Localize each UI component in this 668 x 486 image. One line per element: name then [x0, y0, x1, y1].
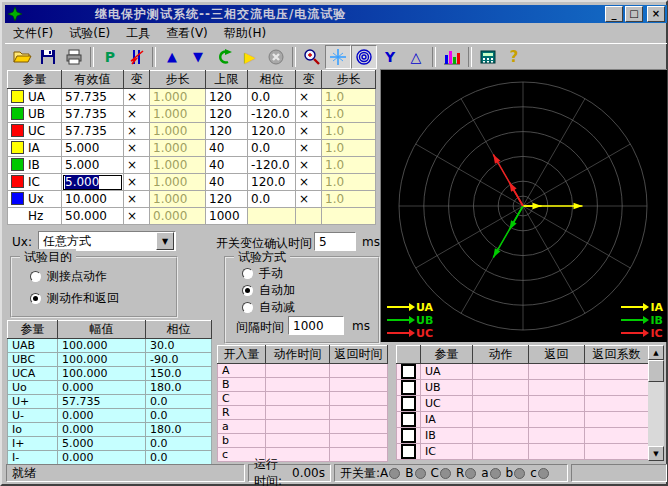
phase-cell[interactable]: 0.0	[248, 140, 296, 157]
rms-cell[interactable]: 57.735	[62, 89, 124, 106]
maximize-button[interactable]: □	[625, 6, 643, 22]
step-cell[interactable]: 1.000	[150, 191, 206, 208]
checkbox[interactable]	[401, 412, 416, 427]
step-cell[interactable]	[322, 208, 376, 225]
menu-file[interactable]: 文件(F)	[5, 23, 61, 44]
step-cell[interactable]: 1.0	[322, 191, 376, 208]
p-marker-icon[interactable]: P	[97, 45, 123, 69]
minimize-button[interactable]: _	[605, 6, 623, 22]
fault-icon[interactable]	[123, 45, 149, 69]
calculator-icon[interactable]	[475, 45, 501, 69]
radio-icon[interactable]	[30, 293, 41, 304]
phase-cell[interactable]: 120.0	[248, 174, 296, 191]
step-cell[interactable]: 1.000	[150, 157, 206, 174]
vary-cell[interactable]: ×	[124, 174, 150, 191]
checkbox[interactable]	[401, 428, 416, 443]
radio-icon[interactable]	[242, 285, 253, 296]
scroll-thumb[interactable]	[648, 360, 664, 382]
limit-cell[interactable]: 120	[206, 191, 248, 208]
rms-cell[interactable]: 57.735	[62, 106, 124, 123]
delta-connection-icon[interactable]: △	[403, 45, 429, 69]
step-cell[interactable]: 1.0	[322, 106, 376, 123]
step-cell[interactable]: 0.000	[150, 208, 206, 225]
rms-edit-input[interactable]: 5.000	[63, 175, 122, 190]
limit-cell[interactable]: 1000	[206, 208, 248, 225]
limit-cell[interactable]: 40	[206, 174, 248, 191]
phase-cell[interactable]: 0.0	[248, 191, 296, 208]
step-cell[interactable]: 1.0	[322, 140, 376, 157]
step-cell[interactable]: 1.0	[322, 174, 376, 191]
help-icon[interactable]: ?	[501, 45, 527, 69]
menu-tools[interactable]: 工具	[118, 23, 158, 44]
menu-help[interactable]: 帮助(H)	[216, 23, 274, 44]
rms-cell[interactable]: 5.000	[62, 140, 124, 157]
vary-cell[interactable]: ×	[296, 157, 322, 174]
step-cell[interactable]: 1.000	[150, 123, 206, 140]
ux-mode-combobox[interactable]: 任意方式 ▼	[38, 231, 176, 251]
interval-input[interactable]: 1000	[288, 316, 344, 335]
vary-cell[interactable]: ×	[124, 106, 150, 123]
phase-cell[interactable]: -120.0	[248, 106, 296, 123]
step-cell[interactable]: 1.000	[150, 89, 206, 106]
vary-cell[interactable]: ×	[296, 174, 322, 191]
radio-contact-action[interactable]: 测接点动作	[30, 268, 107, 285]
phase-cell[interactable]: -120.0	[248, 157, 296, 174]
step-up-icon[interactable]: ▲	[159, 45, 185, 69]
print-icon[interactable]	[61, 45, 87, 69]
radio-auto-increase[interactable]: 自动加	[242, 282, 295, 299]
phase-cell[interactable]: 0.0	[248, 89, 296, 106]
phase-cell[interactable]: 120.0	[248, 123, 296, 140]
undo-icon[interactable]	[211, 45, 237, 69]
polar-view-icon[interactable]	[351, 45, 377, 69]
step-cell[interactable]: 1.0	[322, 123, 376, 140]
step-down-icon[interactable]: ▼	[185, 45, 211, 69]
vary-cell[interactable]: ×	[124, 140, 150, 157]
vary-cell[interactable]: ×	[296, 123, 322, 140]
vary-cell[interactable]: ×	[124, 191, 150, 208]
zoom-icon[interactable]	[299, 45, 325, 69]
chevron-down-icon[interactable]: ▼	[156, 232, 174, 250]
menu-view[interactable]: 查看(V)	[158, 23, 216, 44]
rms-cell[interactable]: 50.000	[62, 208, 124, 225]
stop-icon[interactable]	[263, 45, 289, 69]
rms-cell[interactable]: 10.000	[62, 191, 124, 208]
vary-cell[interactable]: ×	[124, 208, 150, 225]
limit-cell[interactable]: 40	[206, 140, 248, 157]
checkbox[interactable]	[401, 444, 416, 459]
rms-cell[interactable]: 57.735	[62, 123, 124, 140]
start-icon[interactable]: ▶	[237, 45, 263, 69]
phase-cell[interactable]	[248, 208, 296, 225]
switch-time-input[interactable]: 5	[314, 232, 356, 251]
step-cell[interactable]: 1.000	[150, 106, 206, 123]
radio-icon[interactable]	[242, 302, 253, 313]
axes-icon[interactable]	[325, 45, 351, 69]
open-icon[interactable]	[9, 45, 35, 69]
radio-manual[interactable]: 手动	[242, 265, 283, 282]
step-cell[interactable]: 1.0	[322, 89, 376, 106]
checkbox[interactable]	[401, 396, 416, 411]
step-cell[interactable]: 1.0	[322, 157, 376, 174]
checkbox[interactable]	[401, 364, 416, 379]
vary-cell[interactable]: ×	[296, 106, 322, 123]
menu-test[interactable]: 试验(E)	[61, 23, 118, 44]
radio-auto-decrease[interactable]: 自动减	[242, 299, 295, 316]
bar-graph-icon[interactable]	[439, 45, 465, 69]
limit-cell[interactable]: 120	[206, 123, 248, 140]
vary-cell[interactable]: ×	[296, 140, 322, 157]
vary-cell[interactable]: ×	[124, 157, 150, 174]
scroll-down-icon[interactable]: ▼	[648, 446, 664, 461]
rms-cell[interactable]: 5.000	[62, 157, 124, 174]
radio-action-return[interactable]: 测动作和返回	[30, 290, 119, 307]
vary-cell[interactable]: ×	[124, 89, 150, 106]
vary-cell[interactable]	[296, 208, 322, 225]
vary-cell[interactable]: ×	[124, 123, 150, 140]
scroll-up-icon[interactable]: ▲	[648, 345, 664, 360]
limit-cell[interactable]: 120	[206, 106, 248, 123]
result-scrollbar[interactable]: ▲ ▼	[648, 345, 664, 461]
radio-icon[interactable]	[242, 268, 253, 279]
limit-cell[interactable]: 40	[206, 157, 248, 174]
radio-icon[interactable]	[30, 271, 41, 282]
y-connection-icon[interactable]: Y	[377, 45, 403, 69]
checkbox[interactable]	[401, 380, 416, 395]
vary-cell[interactable]: ×	[296, 191, 322, 208]
